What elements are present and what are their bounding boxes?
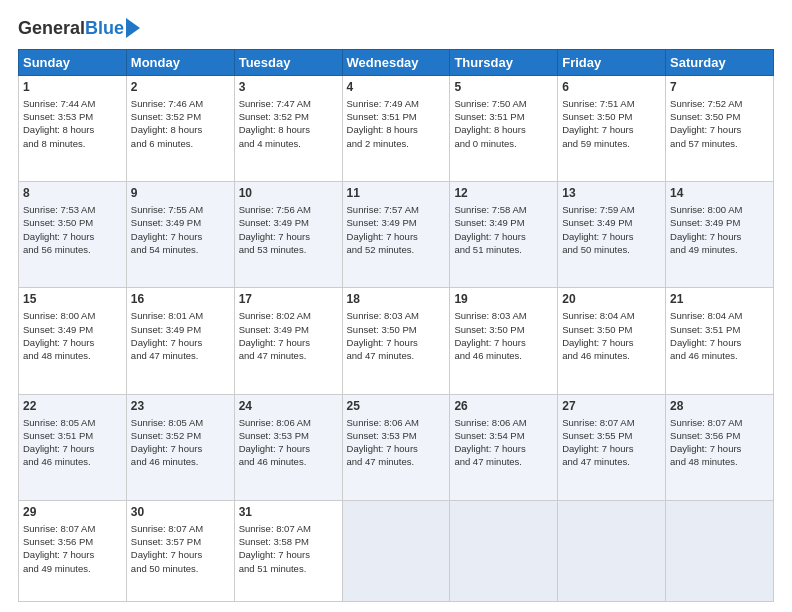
- calendar-cell: 7Sunrise: 7:52 AMSunset: 3:50 PMDaylight…: [666, 76, 774, 182]
- day-info-line: Sunrise: 8:07 AM: [670, 416, 769, 429]
- day-info-line: and 4 minutes.: [239, 137, 338, 150]
- day-number: 2: [131, 79, 230, 96]
- day-info-line: and 50 minutes.: [562, 243, 661, 256]
- calendar-table: SundayMondayTuesdayWednesdayThursdayFrid…: [18, 49, 774, 602]
- day-info-line: and 46 minutes.: [670, 349, 769, 362]
- day-number: 22: [23, 398, 122, 415]
- day-number: 29: [23, 504, 122, 521]
- day-info-line: Daylight: 8 hours: [23, 123, 122, 136]
- calendar-cell: 14Sunrise: 8:00 AMSunset: 3:49 PMDayligh…: [666, 182, 774, 288]
- day-number: 28: [670, 398, 769, 415]
- calendar-cell: 11Sunrise: 7:57 AMSunset: 3:49 PMDayligh…: [342, 182, 450, 288]
- day-info-line: Sunrise: 8:03 AM: [454, 309, 553, 322]
- day-info-line: and 51 minutes.: [454, 243, 553, 256]
- day-info-line: and 54 minutes.: [131, 243, 230, 256]
- calendar-cell: 9Sunrise: 7:55 AMSunset: 3:49 PMDaylight…: [126, 182, 234, 288]
- day-info-line: Daylight: 8 hours: [454, 123, 553, 136]
- day-number: 27: [562, 398, 661, 415]
- day-info-line: and 51 minutes.: [239, 562, 338, 575]
- calendar-week-row: 22Sunrise: 8:05 AMSunset: 3:51 PMDayligh…: [19, 394, 774, 500]
- day-info-line: and 46 minutes.: [23, 455, 122, 468]
- calendar-cell: 19Sunrise: 8:03 AMSunset: 3:50 PMDayligh…: [450, 288, 558, 394]
- logo-arrow-icon: [126, 18, 140, 38]
- day-info-line: Sunset: 3:50 PM: [454, 323, 553, 336]
- calendar-cell: 3Sunrise: 7:47 AMSunset: 3:52 PMDaylight…: [234, 76, 342, 182]
- day-info-line: Daylight: 7 hours: [454, 336, 553, 349]
- day-info-line: Sunset: 3:50 PM: [23, 216, 122, 229]
- calendar-cell: 22Sunrise: 8:05 AMSunset: 3:51 PMDayligh…: [19, 394, 127, 500]
- day-info-line: Daylight: 7 hours: [454, 230, 553, 243]
- day-info-line: Daylight: 7 hours: [347, 442, 446, 455]
- day-info-line: Sunset: 3:50 PM: [347, 323, 446, 336]
- day-info-line: Sunrise: 7:53 AM: [23, 203, 122, 216]
- day-info-line: Daylight: 7 hours: [131, 442, 230, 455]
- day-number: 24: [239, 398, 338, 415]
- day-info-line: Daylight: 8 hours: [347, 123, 446, 136]
- day-number: 4: [347, 79, 446, 96]
- day-info-line: Daylight: 7 hours: [562, 336, 661, 349]
- weekday-header: Wednesday: [342, 50, 450, 76]
- day-info-line: Daylight: 7 hours: [131, 548, 230, 561]
- calendar-cell: 31Sunrise: 8:07 AMSunset: 3:58 PMDayligh…: [234, 500, 342, 601]
- weekday-header: Friday: [558, 50, 666, 76]
- day-info-line: Sunset: 3:50 PM: [562, 110, 661, 123]
- day-info-line: Daylight: 8 hours: [131, 123, 230, 136]
- calendar-cell: 20Sunrise: 8:04 AMSunset: 3:50 PMDayligh…: [558, 288, 666, 394]
- day-info-line: Sunrise: 7:59 AM: [562, 203, 661, 216]
- calendar-cell: 5Sunrise: 7:50 AMSunset: 3:51 PMDaylight…: [450, 76, 558, 182]
- calendar-cell: [558, 500, 666, 601]
- day-info-line: Sunset: 3:49 PM: [23, 323, 122, 336]
- day-number: 15: [23, 291, 122, 308]
- day-info-line: Sunset: 3:49 PM: [131, 216, 230, 229]
- calendar-cell: 17Sunrise: 8:02 AMSunset: 3:49 PMDayligh…: [234, 288, 342, 394]
- day-info-line: Sunset: 3:50 PM: [562, 323, 661, 336]
- day-info-line: Sunrise: 8:04 AM: [562, 309, 661, 322]
- calendar-cell: 28Sunrise: 8:07 AMSunset: 3:56 PMDayligh…: [666, 394, 774, 500]
- day-info-line: Daylight: 7 hours: [670, 336, 769, 349]
- calendar-cell: 10Sunrise: 7:56 AMSunset: 3:49 PMDayligh…: [234, 182, 342, 288]
- day-info-line: Sunset: 3:49 PM: [239, 216, 338, 229]
- day-info-line: Sunset: 3:53 PM: [239, 429, 338, 442]
- day-info-line: and 48 minutes.: [670, 455, 769, 468]
- calendar-week-row: 8Sunrise: 7:53 AMSunset: 3:50 PMDaylight…: [19, 182, 774, 288]
- day-info-line: Daylight: 7 hours: [239, 336, 338, 349]
- day-info-line: Daylight: 7 hours: [670, 230, 769, 243]
- day-info-line: Sunrise: 8:00 AM: [23, 309, 122, 322]
- calendar-cell: 26Sunrise: 8:06 AMSunset: 3:54 PMDayligh…: [450, 394, 558, 500]
- day-info-line: and 46 minutes.: [239, 455, 338, 468]
- day-number: 16: [131, 291, 230, 308]
- day-info-line: Sunrise: 8:05 AM: [23, 416, 122, 429]
- day-info-line: Sunrise: 8:07 AM: [562, 416, 661, 429]
- day-info-line: Daylight: 7 hours: [131, 336, 230, 349]
- day-info-line: Sunset: 3:53 PM: [347, 429, 446, 442]
- day-info-line: and 56 minutes.: [23, 243, 122, 256]
- weekday-header: Sunday: [19, 50, 127, 76]
- day-number: 17: [239, 291, 338, 308]
- day-info-line: and 52 minutes.: [347, 243, 446, 256]
- day-info-line: Sunset: 3:58 PM: [239, 535, 338, 548]
- day-info-line: Sunrise: 7:50 AM: [454, 97, 553, 110]
- day-info-line: Daylight: 7 hours: [562, 230, 661, 243]
- day-info-line: Daylight: 7 hours: [562, 442, 661, 455]
- day-info-line: Daylight: 7 hours: [454, 442, 553, 455]
- calendar-cell: 8Sunrise: 7:53 AMSunset: 3:50 PMDaylight…: [19, 182, 127, 288]
- day-info-line: Sunset: 3:54 PM: [454, 429, 553, 442]
- day-number: 11: [347, 185, 446, 202]
- day-info-line: Sunrise: 8:07 AM: [131, 522, 230, 535]
- day-info-line: Daylight: 7 hours: [670, 442, 769, 455]
- day-number: 26: [454, 398, 553, 415]
- day-info-line: and 47 minutes.: [562, 455, 661, 468]
- calendar-cell: 18Sunrise: 8:03 AMSunset: 3:50 PMDayligh…: [342, 288, 450, 394]
- day-info-line: Sunset: 3:51 PM: [670, 323, 769, 336]
- day-info-line: Sunset: 3:49 PM: [562, 216, 661, 229]
- day-info-line: Sunrise: 7:55 AM: [131, 203, 230, 216]
- calendar-cell: 1Sunrise: 7:44 AMSunset: 3:53 PMDaylight…: [19, 76, 127, 182]
- calendar-cell: 4Sunrise: 7:49 AMSunset: 3:51 PMDaylight…: [342, 76, 450, 182]
- day-number: 23: [131, 398, 230, 415]
- calendar-cell: 16Sunrise: 8:01 AMSunset: 3:49 PMDayligh…: [126, 288, 234, 394]
- day-info-line: and 8 minutes.: [23, 137, 122, 150]
- day-info-line: Sunset: 3:49 PM: [347, 216, 446, 229]
- calendar-cell: 25Sunrise: 8:06 AMSunset: 3:53 PMDayligh…: [342, 394, 450, 500]
- day-info-line: Sunrise: 8:05 AM: [131, 416, 230, 429]
- day-info-line: and 53 minutes.: [239, 243, 338, 256]
